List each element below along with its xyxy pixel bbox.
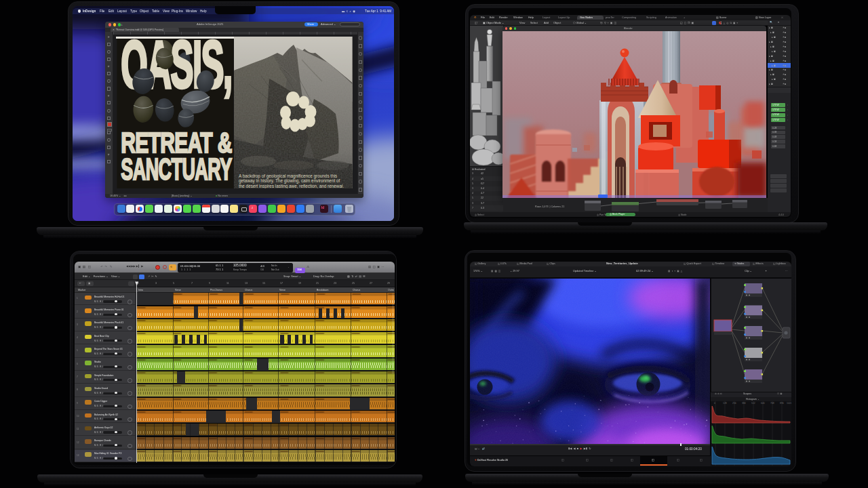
svg-text:SANCTUARY: SANCTUARY [121, 152, 232, 186]
svg-text:0: 0 [714, 402, 715, 405]
svg-text:1024: 1024 [787, 402, 791, 405]
svg-text:512: 512 [751, 402, 755, 405]
svg-text:384: 384 [742, 402, 746, 405]
svg-text:128: 128 [723, 402, 727, 405]
svg-text:640: 640 [761, 402, 765, 405]
svg-text:768: 768 [770, 402, 774, 405]
svg-text:the desert inspires lasting aw: the desert inspires lasting awe, reflect… [239, 184, 344, 189]
svg-text:256: 256 [732, 402, 736, 405]
svg-text:896: 896 [780, 402, 784, 405]
